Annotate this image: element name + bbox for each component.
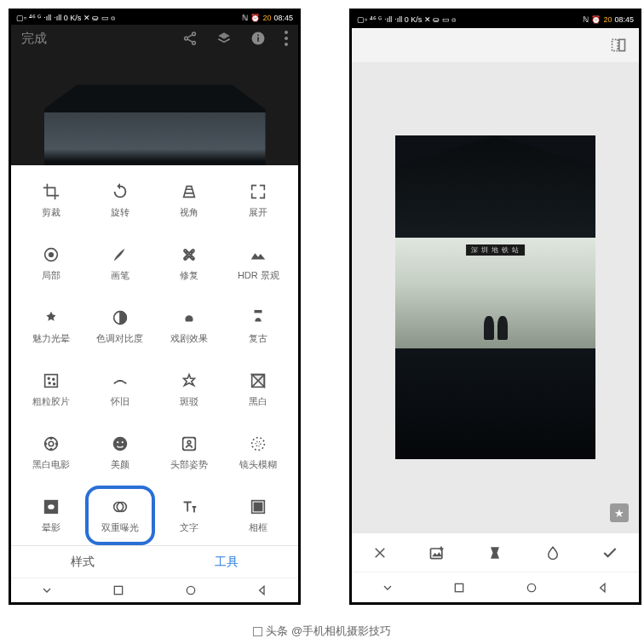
tab-tools[interactable]: 工具 — [155, 546, 299, 577]
tool-tonal[interactable]: 色调对比度 — [85, 296, 154, 356]
tool-text[interactable]: 文字 — [155, 486, 224, 545]
svg-point-14 — [48, 377, 49, 379]
tool-label: 修复 — [180, 269, 198, 282]
tool-perspective[interactable]: 视角 — [155, 170, 224, 230]
tool-label: 镜头模糊 — [239, 458, 277, 471]
svg-rect-13 — [44, 375, 57, 388]
add-image-icon[interactable] — [428, 544, 446, 561]
tool-frame[interactable]: 相框 — [224, 486, 293, 545]
svg-point-29 — [187, 440, 191, 444]
tool-noir[interactable]: 黑白电影 — [16, 423, 85, 482]
headpose-icon — [180, 434, 198, 453]
preview-image — [44, 84, 266, 165]
layers-icon[interactable] — [216, 31, 232, 46]
tool-label: 复古 — [249, 332, 267, 345]
vignette-icon — [42, 497, 60, 516]
back-icon[interactable] — [596, 581, 610, 595]
phone-right-double-exposure: ▢▫ ⁴⁶ ᴳ ⋅ıll ⋅ıll 0 K/s ✕ ⛀ ▭ ⌾ ℕ ⏰ 20 0… — [349, 9, 641, 605]
tool-label: 双重曝光 — [101, 521, 139, 534]
android-nav-bar — [352, 572, 639, 602]
svg-rect-40 — [612, 39, 618, 50]
tool-label: 黑白 — [249, 395, 267, 408]
tool-label: 怀旧 — [111, 395, 129, 408]
tool-label: 展开 — [249, 206, 267, 219]
more-icon[interactable] — [285, 31, 288, 46]
tool-grunge[interactable]: 斑驳 — [155, 359, 224, 419]
star-icon[interactable]: ★ — [610, 503, 629, 522]
tool-expand[interactable]: 展开 — [224, 170, 293, 230]
retrolux-icon — [111, 371, 129, 390]
done-button[interactable]: 完成 — [21, 31, 47, 47]
perspective-icon — [180, 182, 198, 201]
tool-vintage[interactable]: 复古 — [224, 296, 293, 356]
tool-label: 色调对比度 — [96, 332, 143, 345]
svg-rect-4 — [257, 37, 259, 42]
svg-point-20 — [49, 441, 54, 446]
clock: 08:45 — [273, 14, 293, 22]
recent-apps-icon[interactable] — [112, 584, 125, 597]
rotate-icon — [111, 182, 129, 201]
tool-vignette[interactable]: 晕影 — [16, 486, 85, 545]
tool-label: 戏剧效果 — [170, 332, 208, 345]
tool-retrolux[interactable]: 怀旧 — [85, 359, 154, 419]
checkbox-icon — [253, 627, 262, 636]
editor-canvas[interactable]: 深 圳 地 铁 站 ★ — [352, 62, 639, 532]
tool-glamour[interactable]: 魅力光晕 — [16, 296, 85, 356]
tool-portrait[interactable]: 美颜 — [85, 423, 154, 482]
tool-label: 旋转 — [111, 206, 129, 219]
tool-headpose[interactable]: 头部姿势 — [155, 423, 224, 482]
svg-point-17 — [53, 383, 55, 385]
svg-point-44 — [527, 584, 535, 591]
tool-brush[interactable]: 画笔 — [85, 233, 154, 293]
svg-rect-42 — [431, 549, 442, 559]
nfc-icon: ℕ — [583, 15, 589, 24]
svg-point-21 — [50, 438, 52, 440]
tools-panel: 剪裁旋转视角展开局部画笔修复HDR 景观魅力光晕色调对比度戏剧效果复古粗粒胶片怀… — [11, 165, 298, 545]
chevron-down-icon[interactable] — [381, 581, 394, 595]
chevron-down-icon[interactable] — [40, 584, 54, 597]
blend-mode-icon[interactable] — [486, 544, 503, 561]
close-icon[interactable] — [372, 545, 388, 561]
drama-icon — [180, 308, 198, 327]
tab-styles[interactable]: 样式 — [11, 546, 155, 577]
svg-point-7 — [285, 37, 288, 40]
tool-drama[interactable]: 戏剧效果 — [155, 296, 224, 356]
home-icon[interactable] — [525, 581, 538, 595]
tool-double[interactable]: 双重曝光 — [85, 486, 154, 545]
lensblur-icon — [249, 434, 267, 453]
battery-level: 20 — [603, 15, 612, 24]
bw-icon — [249, 371, 267, 390]
check-icon[interactable] — [601, 544, 618, 561]
back-icon[interactable] — [256, 584, 269, 597]
tool-healing[interactable]: 修复 — [155, 233, 224, 293]
tool-selective[interactable]: 局部 — [16, 233, 85, 293]
grunge-icon — [180, 371, 198, 390]
status-left-indicators: ▢▫ ⁴⁶ ᴳ ⋅ıll ⋅ıll 0 K/s ✕ ⛀ ▭ ⌾ — [16, 14, 115, 22]
tool-lensblur[interactable]: 镜头模糊 — [224, 423, 293, 482]
tool-crop[interactable]: 剪裁 — [16, 170, 85, 230]
battery-level: 20 — [262, 14, 271, 22]
tool-rotate[interactable]: 旋转 — [85, 170, 154, 230]
tool-label: 晕影 — [42, 521, 60, 534]
tool-hdr[interactable]: HDR 景观 — [224, 233, 293, 293]
svg-rect-37 — [255, 503, 262, 510]
home-icon[interactable] — [184, 584, 198, 597]
compare-icon[interactable] — [610, 37, 627, 54]
tool-bw[interactable]: 黑白 — [224, 359, 293, 419]
opacity-icon[interactable] — [545, 545, 561, 561]
hdr-icon — [249, 245, 267, 264]
watermark-handle: @手机相机摄影技巧 — [291, 624, 391, 639]
svg-rect-43 — [456, 584, 463, 591]
watermark: 头条 @手机相机摄影技巧 — [0, 624, 644, 639]
recent-apps-icon[interactable] — [452, 581, 466, 595]
healing-icon — [180, 245, 198, 264]
frame-icon — [249, 497, 267, 516]
tool-label: 局部 — [42, 269, 60, 282]
tool-grainy[interactable]: 粗粒胶片 — [16, 359, 85, 419]
svg-point-2 — [193, 42, 196, 45]
info-icon[interactable] — [250, 31, 266, 46]
brush-icon — [111, 245, 129, 264]
share-icon[interactable] — [182, 31, 198, 46]
svg-point-0 — [193, 32, 196, 36]
glamour-icon — [42, 308, 60, 327]
